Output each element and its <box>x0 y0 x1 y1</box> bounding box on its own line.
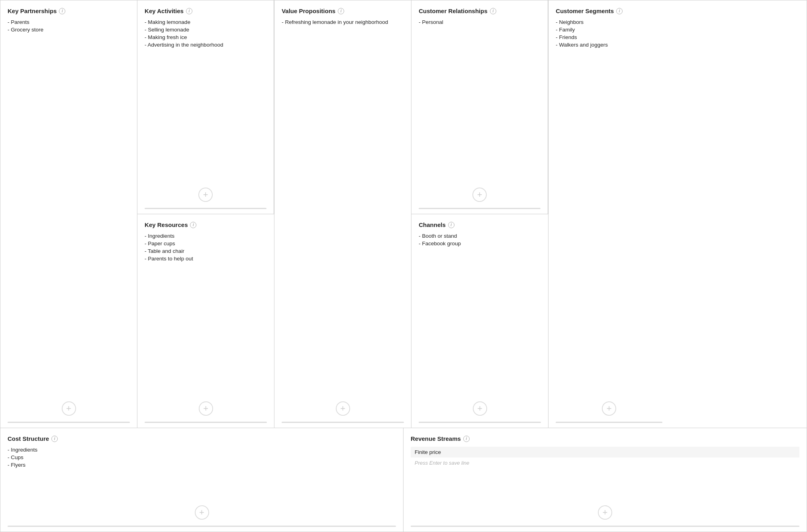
bottom-section: Cost Structure i - Ingredients - Cups - … <box>0 428 807 532</box>
list-item: - Facebook group <box>419 241 541 246</box>
revenue-streams-label: Revenue Streams <box>411 435 461 442</box>
list-item: - Advertising in the neighborhood <box>145 42 266 48</box>
value-propositions-cell: Value Propositions i - Refreshing lemona… <box>274 0 411 428</box>
value-propositions-label: Value Propositions <box>282 8 335 14</box>
revenue-streams-bottom-line <box>411 526 799 527</box>
customer-segments-cell: Customer Segments i - Neighbors - Family… <box>548 0 670 428</box>
key-activities-bottom-line <box>145 208 266 209</box>
key-partnerships-info-icon[interactable]: i <box>59 8 65 14</box>
list-item: - Making lemonade <box>145 19 266 25</box>
key-resources-list: - Ingredients - Paper cups - Table and c… <box>145 233 267 263</box>
cost-structure-title: Cost Structure i <box>8 435 396 442</box>
value-propositions-add-button[interactable]: + <box>336 401 350 416</box>
list-item: - Ingredients <box>145 233 267 239</box>
value-propositions-list: - Refreshing lemonade in your neighborho… <box>282 19 404 27</box>
revenue-streams-add-button[interactable]: + <box>598 505 612 520</box>
relationships-channels-column: Customer Relationships i - Personal + Ch… <box>411 0 548 428</box>
revenue-streams-input-area: Finite price Press Enter to save line <box>411 447 799 467</box>
customer-relationships-label: Customer Relationships <box>419 8 488 14</box>
activities-resources-column: Key Activities i - Making lemonade - Sel… <box>137 0 274 428</box>
list-item: - Neighbors <box>556 19 662 25</box>
cost-structure-bottom-line <box>8 526 396 527</box>
cost-structure-list: - Ingredients - Cups - Flyers <box>8 447 396 469</box>
channels-cell: Channels i - Booth or stand - Facebook g… <box>411 214 548 428</box>
value-propositions-bottom-line <box>282 422 404 423</box>
list-item: - Family <box>556 27 662 33</box>
key-activities-cell: Key Activities i - Making lemonade - Sel… <box>137 0 274 214</box>
key-resources-info-icon[interactable]: i <box>190 222 196 228</box>
list-item: - Friends <box>556 34 662 40</box>
customer-relationships-bottom-line <box>419 208 541 209</box>
top-section: Key Partnerships i - Parents - Grocery s… <box>0 0 807 428</box>
cost-structure-cell: Cost Structure i - Ingredients - Cups - … <box>0 428 404 532</box>
list-item: - Paper cups <box>145 241 267 246</box>
list-item: - Grocery store <box>8 27 130 33</box>
revenue-streams-title: Revenue Streams i <box>411 435 799 442</box>
list-item: - Booth or stand <box>419 233 541 239</box>
channels-info-icon[interactable]: i <box>448 222 454 228</box>
revenue-streams-cell: Revenue Streams i Finite price Press Ent… <box>404 428 807 532</box>
list-item: - Making fresh ice <box>145 34 266 40</box>
customer-segments-info-icon[interactable]: i <box>616 8 623 14</box>
key-partnerships-title: Key Partnerships i <box>8 8 130 14</box>
list-item: - Ingredients <box>8 447 396 453</box>
key-activities-add-button[interactable]: + <box>198 188 213 202</box>
list-item: - Table and chair <box>145 248 267 254</box>
list-item: - Personal <box>419 19 541 25</box>
key-partnerships-list: - Parents - Grocery store <box>8 19 130 34</box>
key-resources-bottom-line <box>145 422 267 423</box>
key-activities-info-icon[interactable]: i <box>186 8 192 14</box>
key-partnerships-bottom-line <box>8 422 130 423</box>
customer-relationships-info-icon[interactable]: i <box>490 8 496 14</box>
customer-segments-add-button[interactable]: + <box>602 401 616 416</box>
key-partnerships-cell: Key Partnerships i - Parents - Grocery s… <box>0 0 137 428</box>
cost-structure-label: Cost Structure <box>8 435 49 442</box>
cost-structure-add-button[interactable]: + <box>195 505 209 520</box>
list-item: - Walkers and joggers <box>556 42 662 48</box>
list-item: - Flyers <box>8 462 396 468</box>
customer-relationships-list: - Personal <box>419 19 541 27</box>
channels-add-button[interactable]: + <box>473 401 487 416</box>
channels-list: - Booth or stand - Facebook group <box>419 233 541 248</box>
key-activities-label: Key Activities <box>145 8 184 14</box>
cost-structure-info-icon[interactable]: i <box>51 436 58 442</box>
customer-relationships-add-button[interactable]: + <box>472 188 487 202</box>
customer-segments-label: Customer Segments <box>556 8 614 14</box>
customer-segments-bottom-line <box>556 422 662 423</box>
customer-segments-list: - Neighbors - Family - Friends - Walkers… <box>556 19 662 49</box>
key-resources-label: Key Resources <box>145 221 188 228</box>
channels-label: Channels <box>419 221 446 228</box>
channels-title: Channels i <box>419 221 541 228</box>
list-item: - Selling lemonade <box>145 27 266 33</box>
list-item: - Parents to help out <box>145 256 267 262</box>
value-propositions-info-icon[interactable]: i <box>338 8 344 14</box>
value-propositions-title: Value Propositions i <box>282 8 404 14</box>
key-partnerships-label: Key Partnerships <box>8 8 57 14</box>
key-activities-title: Key Activities i <box>145 8 266 14</box>
revenue-streams-info-icon[interactable]: i <box>463 436 470 442</box>
key-resources-add-button[interactable]: + <box>199 401 213 416</box>
revenue-streams-value[interactable]: Finite price <box>411 447 799 458</box>
key-activities-list: - Making lemonade - Selling lemonade - M… <box>145 19 266 49</box>
customer-relationships-title: Customer Relationships i <box>419 8 541 14</box>
channels-bottom-line <box>419 422 541 423</box>
revenue-streams-placeholder: Press Enter to save line <box>411 459 799 467</box>
key-resources-title: Key Resources i <box>145 221 267 228</box>
list-item: - Cups <box>8 454 396 460</box>
list-item: - Refreshing lemonade in your neighborho… <box>282 19 404 25</box>
list-item: - Parents <box>8 19 130 25</box>
customer-segments-title: Customer Segments i <box>556 8 662 14</box>
key-partnerships-add-button[interactable]: + <box>62 401 76 416</box>
business-model-canvas: Key Partnerships i - Parents - Grocery s… <box>0 0 807 532</box>
key-resources-cell: Key Resources i - Ingredients - Paper cu… <box>137 214 274 428</box>
customer-relationships-cell: Customer Relationships i - Personal + <box>411 0 548 214</box>
